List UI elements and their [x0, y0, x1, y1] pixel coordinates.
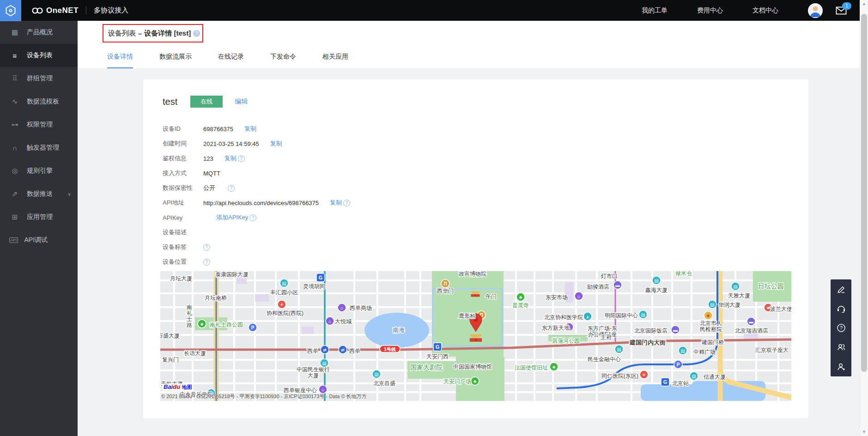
map-label: 东方新天地	[542, 325, 570, 331]
field-value: 123	[203, 155, 213, 162]
list-icon: ≡	[10, 52, 19, 60]
field-value: 公开	[203, 184, 215, 192]
baidu-logo: Baidu 地图	[162, 383, 194, 391]
edit-link[interactable]: 编辑	[235, 97, 248, 106]
app-logo[interactable]	[0, 0, 21, 21]
map-label: 灵境胡同	[303, 283, 325, 290]
svg-text:P: P	[251, 325, 255, 330]
map-poi-metro-icon: G	[433, 343, 442, 351]
sidebar-item-push[interactable]: ⇗数据推送∨	[0, 182, 78, 206]
map-label: 丰汇园小区	[270, 289, 298, 296]
sidebar-item-cube[interactable]: ▦产品概况	[0, 21, 78, 44]
sidebar-item-rules[interactable]: ◎规则引擎	[0, 159, 78, 182]
map-label: 西单银座中心	[284, 387, 317, 394]
map-label: 西单	[307, 348, 318, 354]
map-label: 禄米仓	[675, 271, 692, 277]
help-icon[interactable]: ?	[203, 244, 210, 251]
svg-text:+: +	[643, 372, 645, 377]
onenet-rings-icon	[31, 7, 43, 14]
sidebar-item-group-grid[interactable]: ⠿群组管理	[0, 67, 78, 90]
tab-0[interactable]: 设备详情	[107, 46, 133, 68]
action-link[interactable]: 添加APIKey	[216, 213, 248, 222]
breadcrumb-parent[interactable]: 设备列表	[108, 29, 136, 38]
content-area: test 在线 编辑 设备ID698766375复制创建时间2021-03-25…	[78, 68, 860, 436]
sidebar-item-trigger[interactable]: ∩触发器管理	[0, 136, 78, 159]
support-headset-button[interactable]	[831, 299, 851, 318]
copy-link[interactable]: 复制	[330, 199, 342, 207]
field-value: 698766375	[203, 126, 233, 133]
feedback-pencil-button[interactable]	[831, 279, 851, 299]
user-avatar[interactable]	[808, 3, 823, 18]
map-poi-park-icon: ♣	[471, 377, 479, 385]
field-label: APIKey	[163, 214, 203, 221]
svg-text:▤: ▤	[654, 278, 658, 283]
map-label: 泰康国际大厦	[215, 271, 249, 278]
question-circle-icon: ?	[837, 323, 846, 333]
map-poi-hotel-icon: ▬	[671, 326, 680, 334]
help-question-button[interactable]: ?	[831, 318, 851, 338]
help-icon[interactable]: ?	[203, 259, 210, 266]
device-detail-card: test 在线 编辑 设备ID698766375复制创建时间2021-03-25…	[143, 79, 808, 418]
map-poi-shopping-icon: ⌂	[575, 292, 583, 300]
help-icon[interactable]: ?	[238, 155, 245, 162]
breadcrumb-help-icon[interactable]: ?	[193, 30, 200, 37]
map-canvas: 1号线GGG⇄⇄⌂⌂⌂⌂⌂▬▬▬▤▤▤▤▤▤▤▤▤▤▤♣♣♣♣++PPΠΠ▴▴★…	[160, 271, 791, 401]
map-label: 王府	[601, 334, 612, 340]
map-label: 协和医院(西院)	[267, 310, 303, 316]
tab-2[interactable]: 在线记录	[218, 46, 244, 68]
top-nav-link-2[interactable]: 文档中心	[753, 6, 778, 15]
svg-text:⌂: ⌂	[340, 305, 343, 310]
top-nav-link-1[interactable]: 费用中心	[697, 6, 723, 15]
sidebar-item-key[interactable]: ⊶权限管理	[0, 113, 78, 136]
map-label: 同仁医院(东区)	[601, 373, 638, 379]
svg-text:G: G	[319, 275, 323, 280]
add-user-button[interactable]	[831, 357, 851, 376]
vertical-scrollbar[interactable]: ▲ ▼	[860, 0, 868, 436]
scroll-up-arrow[interactable]: ▲	[860, 0, 868, 8]
scrollbar-thumb[interactable]	[861, 14, 867, 372]
messages-button[interactable]: 1	[836, 6, 847, 15]
scroll-down-arrow[interactable]: ▼	[860, 428, 868, 436]
api-icon: API	[9, 237, 18, 243]
map-poi-emblem-icon: ★	[704, 311, 712, 320]
svg-text:▤: ▤	[322, 361, 326, 366]
map-label: 北京站	[672, 380, 689, 387]
field-value: http://api.heclouds.com/devices/69876637…	[203, 200, 319, 206]
map-poi-hospital-icon: +	[640, 370, 648, 379]
tab-4[interactable]: 相关应用	[322, 46, 348, 68]
sidebar-item-api[interactable]: APIAPI调试	[0, 229, 78, 252]
field-row: 数据保密性公开?	[163, 181, 350, 195]
help-icon[interactable]: ?	[343, 200, 350, 206]
copy-link[interactable]: 复制	[244, 125, 256, 133]
baidu-map[interactable]: 1号线GGG⇄⇄⌂⌂⌂⌂⌂▬▬▬▤▤▤▤▤▤▤▤▤▤▤♣♣♣♣++PPΠΠ▴▴★…	[160, 271, 791, 401]
sidebar-item-datastream[interactable]: ∿数据流模板	[0, 90, 78, 113]
map-label: 信通大厦	[704, 374, 726, 380]
product-name: 多协议接入	[94, 6, 128, 15]
headset-icon	[837, 304, 846, 313]
map-label: 北京市人	[700, 320, 722, 327]
map-poi-building-icon: ▤	[708, 300, 716, 309]
tab-3[interactable]: 下发命令	[270, 46, 296, 68]
sidebar-item-list[interactable]: ≡设备列表	[0, 44, 78, 67]
map-poi-hotel-icon: ▬	[613, 281, 622, 289]
map-label: 大悦城	[335, 318, 352, 325]
map-poi-parking-icon: P	[249, 323, 257, 332]
copy-link[interactable]: 复制	[225, 154, 237, 163]
breadcrumb-bar: 设备列表 – 设备详情 [test] ?	[78, 21, 860, 46]
help-icon[interactable]: ?	[228, 185, 235, 192]
copy-link[interactable]: 复制	[270, 139, 282, 148]
top-nav-link-0[interactable]: 我的工单	[642, 6, 668, 15]
map-label: 西华门	[437, 288, 454, 294]
message-count-badge: 1	[842, 2, 851, 10]
map-poi-building-icon: ▤	[639, 310, 647, 319]
sidebar-item-label: 群组管理	[27, 74, 53, 83]
sidebar-item-apps[interactable]: ⊞应用管理	[0, 206, 78, 229]
tab-1[interactable]: 数据流展示	[159, 46, 192, 68]
map-poi-building-icon: ▤	[652, 276, 661, 285]
community-users-button[interactable]	[831, 338, 851, 357]
field-value: 2021-03-25 14:59:45	[203, 140, 259, 147]
help-icon[interactable]: ?	[249, 214, 256, 221]
brand-logo[interactable]: OneNET	[31, 6, 79, 15]
map-poi-park-icon: ♣	[550, 363, 558, 371]
field-row: 鉴权信息123复制?	[163, 151, 350, 166]
